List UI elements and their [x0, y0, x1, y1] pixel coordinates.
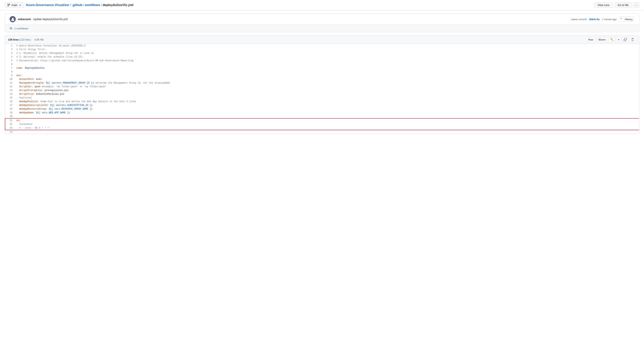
file-size: 5.85 KB: [34, 38, 44, 41]
table-row: 10 OutputPath: wiki: [5, 77, 639, 81]
line-code: #optional: [15, 96, 639, 100]
more-options-button[interactable]: ···: [634, 2, 639, 8]
line-code: WebAppResourceGroup: ${{ vars.RESOURCE_G…: [15, 107, 639, 111]
line-number: 16: [5, 100, 15, 103]
branch-icon: [7, 4, 10, 7]
table-row: 17 WebAppSubscriptionId: ${{ secrets.SUB…: [5, 103, 639, 107]
line-code: # First things first:: [15, 48, 639, 51]
table-row: 12 ScriptDir: pwsh #example: 'my folder\…: [5, 85, 639, 89]
table-row: 5# Documentation: https://github.com/Jul…: [5, 59, 639, 63]
sep1: /: [70, 3, 71, 7]
blame-button[interactable]: Blame: [596, 37, 608, 42]
line-code: # - cron: '30 5 * * *': [15, 126, 639, 130]
line-number: 3: [5, 51, 15, 55]
commit-hash[interactable]: 2bb4c5e: [589, 18, 600, 21]
sep3: /: [101, 3, 102, 7]
line-code: [15, 70, 639, 74]
svg-point-0: [12, 18, 14, 19]
chevron-down-icon: [18, 4, 22, 7]
dropdown-button[interactable]: ▾: [616, 37, 621, 42]
line-number: 11: [5, 81, 15, 85]
line-number: 18: [5, 107, 15, 111]
line-number: 14: [5, 92, 15, 96]
line-number: 24: [5, 130, 15, 134]
line-code: # Azure Governance Visualizer v6_major_2…: [15, 44, 639, 48]
breadcrumb-repo[interactable]: Azure-Governance-Visualizer: [26, 3, 69, 7]
breadcrumb-github[interactable]: .github: [72, 3, 82, 7]
table-row: 1# Azure Governance Visualizer v6_major_…: [5, 44, 639, 48]
line-number: 6: [5, 63, 15, 66]
file-meta: 138 lines (123 sloc) 5.85 KB: [8, 38, 44, 41]
table-row: 13 ScriptPrereqFile: prerequisites.ps1: [5, 89, 639, 92]
line-code: # 2. Optional: enable the schedule (line…: [15, 55, 639, 59]
go-to-file-button[interactable]: Go to file: [614, 2, 632, 8]
breadcrumb-workflows[interactable]: workflows: [85, 3, 100, 7]
history-link[interactable]: History: [619, 17, 634, 22]
line-number: 10: [5, 77, 15, 81]
line-code: WebAppPublish: true #set to true and def…: [15, 100, 639, 103]
file-actions: Raw Blame ✏️ ▾: [586, 37, 636, 42]
line-code: OutputPath: wiki: [15, 77, 639, 81]
file-header: 138 lines (123 sloc) 5.85 KB Raw Blame ✏…: [5, 36, 639, 44]
view-runs-button[interactable]: View runs: [594, 2, 613, 8]
branch-name: main: [12, 4, 18, 7]
table-row: 9env:: [5, 74, 639, 77]
table-row: 23 # - cron: '30 5 * * *': [5, 126, 639, 130]
contributors-bar: 1 contributor: [5, 25, 639, 32]
line-code: # 1. Mandatory: define <Management Group…: [15, 51, 639, 55]
line-code: ScriptDir: pwsh #example: 'my folder\pws…: [15, 85, 639, 89]
sep2: /: [83, 3, 84, 7]
commit-message: Update deployAzGovViz.yml: [33, 18, 68, 21]
table-row: 7name: DeployAzGovViz: [5, 66, 639, 70]
table-row: 24: [5, 130, 639, 134]
delete-button[interactable]: [629, 37, 636, 42]
history-label: History: [625, 18, 633, 21]
table-row: 15 #optional: [5, 96, 639, 100]
file-viewer: 138 lines (123 sloc) 5.85 KB Raw Blame ✏…: [5, 35, 639, 134]
commit-author[interactable]: sebassem: [18, 18, 31, 21]
code-table: 1# Azure Governance Visualizer v6_major_…: [5, 44, 639, 134]
line-code: on:: [15, 118, 639, 122]
table-row: 8: [5, 70, 639, 74]
table-row: 19 WebAppName: ${{ vars.WEB_APP_NAME }}: [5, 111, 639, 115]
commit-left: sebassem Update deployAzGovViz.yml: [10, 16, 68, 22]
copy-button[interactable]: [622, 37, 628, 42]
line-number: 20: [5, 115, 15, 118]
avatar: [10, 16, 16, 22]
line-code: ScriptPrereqFile: prerequisites.ps1: [15, 89, 639, 92]
contributors-icon: [10, 27, 13, 30]
table-row: 20: [5, 115, 639, 118]
line-number: 23: [5, 126, 15, 130]
breadcrumb-filename: deployAzGovViz.yml: [103, 3, 134, 7]
line-code: [15, 115, 639, 118]
table-row: 4# 2. Optional: enable the schedule (lin…: [5, 55, 639, 59]
top-bar-left: main Azure-Governance-Visualizer / .gith…: [5, 2, 134, 8]
branch-selector[interactable]: main: [5, 2, 24, 8]
commit-right: Latest commit 2bb4c5e 1 minute ago Histo…: [571, 17, 634, 22]
line-number: 4: [5, 55, 15, 59]
line-code: [15, 63, 639, 66]
line-code: WebAppSubscriptionId: ${{ secrets.SUBSCR…: [15, 103, 639, 107]
line-number: 15: [5, 96, 15, 100]
raw-button[interactable]: Raw: [586, 37, 596, 42]
table-row: 2# First things first:: [5, 48, 639, 51]
line-code: #schedule:: [15, 122, 639, 126]
edit-button[interactable]: ✏️: [608, 37, 616, 42]
table-row: 18 WebAppResourceGroup: ${{ vars.RESOURC…: [5, 107, 639, 111]
table-row: 14 ScriptFile: AzGovVizParallel.ps1: [5, 92, 639, 96]
top-bar-right: View runs Go to file ···: [594, 2, 639, 8]
file-lines: 138 lines: [8, 38, 19, 41]
line-code: ScriptFile: AzGovVizParallel.ps1: [15, 92, 639, 96]
top-bar: main Azure-Governance-Visualizer / .gith…: [0, 0, 644, 10]
line-code: WebAppName: ${{ vars.WEB_APP_NAME }}: [15, 111, 639, 115]
contributors-label: 1 contributor: [14, 27, 28, 30]
line-code: [15, 130, 639, 134]
line-number: 2: [5, 48, 15, 51]
table-row: 22 #schedule:: [5, 122, 639, 126]
table-row: 3# 1. Mandatory: define <Management Grou…: [5, 51, 639, 55]
line-number: 13: [5, 89, 15, 92]
delete-icon: [631, 38, 634, 41]
line-number: 12: [5, 85, 15, 89]
commit-bar: sebassem Update deployAzGovViz.yml Lates…: [5, 14, 639, 25]
commit-time: 1 minute ago: [602, 18, 616, 21]
